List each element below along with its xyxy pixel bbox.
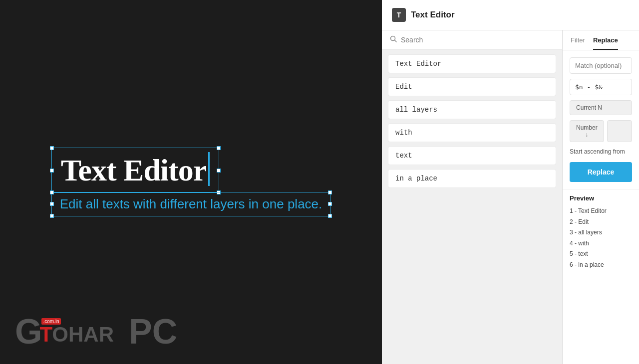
logo-area: G .com.in TOHAR PC: [15, 314, 177, 349]
replace-content: Current N Number ↓ Start ascending from …: [563, 50, 639, 189]
tohar-T: T: [39, 323, 52, 346]
search-icon: [390, 35, 397, 44]
logo-pc-text: PC: [129, 314, 177, 349]
search-bar: [382, 30, 562, 49]
list-item[interactable]: all layers: [388, 100, 556, 119]
preview-item: 1 - Text Editor: [570, 206, 632, 217]
logo-tohar-block: .com.in TOHAR: [39, 319, 114, 345]
tab-replace[interactable]: Replace: [593, 36, 618, 50]
handle2-bl[interactable]: [50, 214, 54, 218]
canvas-subtitle: Edit all texts with different layers in …: [60, 196, 322, 211]
list-item[interactable]: Edit: [388, 77, 556, 96]
list-section: Text Editor Edit all layers with text in…: [382, 30, 563, 364]
search-input[interactable]: [401, 36, 554, 44]
preview-item: 5 - text: [570, 249, 632, 260]
handle-tl[interactable]: [50, 146, 54, 150]
handle-ml[interactable]: [50, 169, 54, 173]
logo-g-letter: G: [15, 314, 42, 349]
svg-line-1: [395, 40, 397, 42]
panel-icon: T: [392, 8, 406, 22]
preview-item: 6 - in a place: [570, 260, 632, 271]
replace-section: Filter Replace Current N Number ↓ Start …: [563, 30, 639, 364]
subtitle-selection-box[interactable]: Edit all texts with different layers in …: [51, 192, 331, 216]
panel-icon-letter: T: [397, 11, 401, 19]
number-row: Number ↓: [570, 120, 632, 142]
tohar-rest: OHAR: [52, 323, 114, 346]
list-item[interactable]: with: [388, 123, 556, 142]
canvas-main-title: Text Editor: [61, 153, 207, 187]
handle2-ml[interactable]: [50, 202, 54, 206]
handle2-br[interactable]: [328, 214, 332, 218]
panel-body: Text Editor Edit all layers with text in…: [382, 30, 639, 364]
current-n-button[interactable]: Current N: [570, 100, 632, 115]
preview-item: 2 - Edit: [570, 217, 632, 228]
extra-number-button[interactable]: [607, 120, 632, 142]
text-cursor: [208, 152, 210, 186]
replace-tabs: Filter Replace: [563, 30, 639, 50]
replace-button[interactable]: Replace: [570, 162, 632, 182]
list-item[interactable]: in a place: [388, 169, 556, 188]
canvas-area: Text Editor Edit all texts with differen…: [0, 0, 382, 364]
tab-filter[interactable]: Filter: [571, 36, 585, 50]
formula-input[interactable]: [570, 79, 632, 95]
handle-mr[interactable]: [217, 169, 221, 173]
preview-list: 1 - Text Editor 2 - Edit 3 - all layers …: [570, 206, 632, 271]
plugin-panel: T Text Editor Text Editor Edit all: [382, 0, 639, 364]
panel-title: Text Editor: [411, 10, 455, 20]
logo-gohar: G .com.in TOHAR: [15, 314, 114, 349]
text-editor-selection-box[interactable]: Text Editor: [51, 148, 220, 192]
handle2-tl[interactable]: [50, 190, 54, 194]
preview-item: 3 - all layers: [570, 227, 632, 238]
canvas-content: Text Editor Edit all texts with differen…: [51, 148, 331, 216]
handle-tr[interactable]: [217, 146, 221, 150]
handle2-mr[interactable]: [328, 202, 332, 206]
start-ascending-label: Start ascending from: [570, 148, 632, 155]
list-item[interactable]: Text Editor: [388, 54, 556, 73]
list-item[interactable]: text: [388, 146, 556, 165]
match-input[interactable]: [570, 57, 632, 74]
preview-item: 4 - with: [570, 238, 632, 249]
handle2-tr[interactable]: [328, 190, 332, 194]
preview-title: Preview: [570, 194, 632, 202]
preview-section: Preview 1 - Text Editor 2 - Edit 3 - all…: [563, 189, 639, 276]
text-list: Text Editor Edit all layers with text in…: [382, 49, 562, 193]
logo-tohar-text: TOHAR: [39, 324, 114, 345]
number-button[interactable]: Number ↓: [570, 120, 604, 142]
panel-header: T Text Editor: [382, 0, 639, 30]
